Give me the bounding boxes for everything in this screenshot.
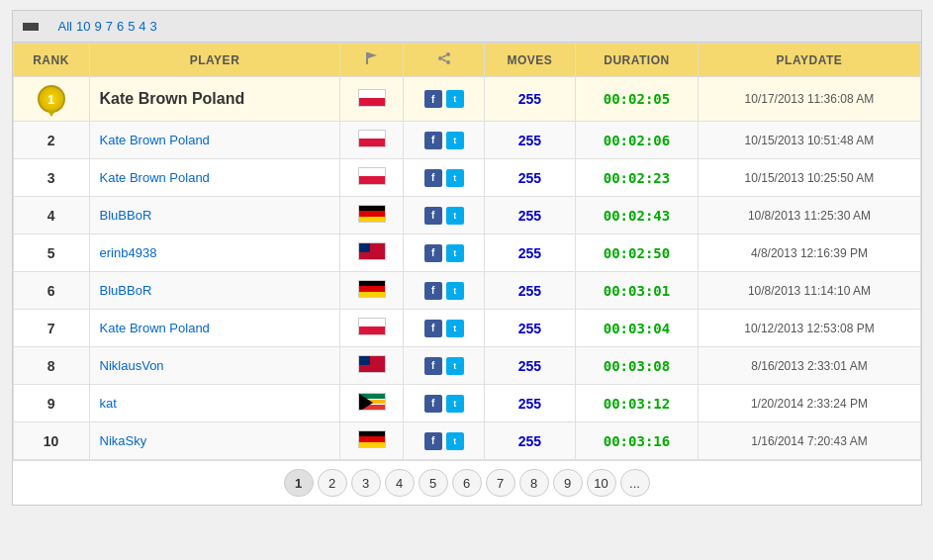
twitter-icon[interactable]: t <box>446 395 464 413</box>
duration-cell: 00:03:01 <box>575 272 699 310</box>
twitter-icon[interactable]: t <box>446 357 464 375</box>
rank-cell: 2 <box>13 122 89 159</box>
page-btn-10[interactable]: 10 <box>587 469 616 497</box>
social-icons: f t <box>410 432 478 450</box>
facebook-icon[interactable]: f <box>424 282 442 300</box>
player-name[interactable]: Kate Brown Poland <box>100 170 210 185</box>
social-cell[interactable]: f t <box>404 197 485 234</box>
player-name-cell[interactable]: BluBBoR <box>89 197 340 234</box>
player-name-cell[interactable]: Kate Brown Poland <box>89 122 340 159</box>
twitter-icon[interactable]: t <box>446 90 464 108</box>
twitter-icon[interactable]: t <box>446 132 464 149</box>
twitter-icon[interactable]: t <box>446 432 464 450</box>
disk-link-6[interactable]: 6 <box>117 19 124 34</box>
player-name-cell[interactable]: erinb4938 <box>89 234 340 272</box>
logo <box>23 23 39 31</box>
page-btn-5[interactable]: 5 <box>419 469 448 497</box>
playdate-cell: 10/12/2013 12:53:08 PM <box>699 310 920 347</box>
flag-poland <box>358 89 386 107</box>
playdate-cell: 8/16/2013 2:33:01 AM <box>699 347 920 385</box>
player-name[interactable]: Kate Brown Poland <box>100 133 210 147</box>
player-name[interactable]: BluBBoR <box>100 208 152 223</box>
flag-cell <box>340 159 404 197</box>
page-btn-7[interactable]: 7 <box>486 469 515 497</box>
social-cell[interactable]: f t <box>404 422 485 460</box>
player-name-cell[interactable]: Kate Brown Poland <box>89 159 340 197</box>
disk-link-3[interactable]: 3 <box>150 19 157 34</box>
duration-cell: 00:02:05 <box>575 77 699 122</box>
page-btn-3[interactable]: 3 <box>351 469 381 497</box>
moves-cell: 255 <box>485 310 575 347</box>
social-cell[interactable]: f t <box>404 77 485 122</box>
playdate-cell: 10/8/2013 11:14:10 AM <box>699 272 920 310</box>
facebook-icon[interactable]: f <box>424 357 442 375</box>
flag-poland <box>358 318 386 335</box>
gold-medal: 1 <box>38 85 65 113</box>
page-btn-4[interactable]: 4 <box>385 469 415 497</box>
player-name-cell[interactable]: BluBBoR <box>89 272 340 310</box>
facebook-icon[interactable]: f <box>424 207 442 225</box>
disk-link-4[interactable]: 4 <box>139 19 145 34</box>
moves-cell: 255 <box>485 422 575 460</box>
page-btn-9[interactable]: 9 <box>553 469 583 497</box>
social-cell[interactable]: f t <box>404 385 485 422</box>
player-name[interactable]: erinb4938 <box>100 245 157 260</box>
social-icons: f t <box>410 90 478 108</box>
playdate-cell: 10/15/2013 10:51:48 AM <box>699 122 920 159</box>
player-name[interactable]: BluBBoR <box>100 283 152 298</box>
player-name-cell[interactable]: NikaSky <box>89 422 340 460</box>
facebook-icon[interactable]: f <box>424 132 442 149</box>
twitter-icon[interactable]: t <box>446 282 464 300</box>
flag-southafrica <box>358 393 386 411</box>
player-name[interactable]: NikaSky <box>100 433 147 448</box>
disk-link-10[interactable]: 10 <box>76 19 90 34</box>
player-name-cell[interactable]: NiklausVon <box>89 347 340 385</box>
disk-link-9[interactable]: 9 <box>94 19 101 34</box>
social-cell[interactable]: f t <box>404 122 485 159</box>
twitter-icon[interactable]: t <box>446 244 464 262</box>
twitter-icon[interactable]: t <box>446 169 464 187</box>
player-name[interactable]: Kate Brown Poland <box>100 321 210 335</box>
svg-point-3 <box>446 52 450 56</box>
disk-link-5[interactable]: 5 <box>128 19 135 34</box>
facebook-icon[interactable]: f <box>424 432 442 450</box>
page-btn-8[interactable]: 8 <box>519 469 549 497</box>
player-name-cell[interactable]: kat <box>89 385 340 422</box>
player-name[interactable]: NiklausVon <box>100 358 164 373</box>
player-name-cell[interactable]: Kate Brown Poland <box>89 310 340 347</box>
flag-cell <box>340 385 404 422</box>
page-btn-2[interactable]: 2 <box>318 469 347 497</box>
social-cell[interactable]: f t <box>404 234 485 272</box>
facebook-icon[interactable]: f <box>424 169 442 187</box>
flag-cell <box>340 122 404 159</box>
page-btn-6[interactable]: 6 <box>452 469 482 497</box>
twitter-icon[interactable]: t <box>446 207 464 225</box>
page-btn-more[interactable]: ... <box>620 469 650 497</box>
facebook-icon[interactable]: f <box>424 320 442 337</box>
social-cell[interactable]: f t <box>404 310 485 347</box>
social-cell[interactable]: f t <box>404 159 485 197</box>
disk-link-7[interactable]: 7 <box>106 19 113 34</box>
flag-cell <box>340 272 404 310</box>
moves-cell: 255 <box>485 272 575 310</box>
facebook-icon[interactable]: f <box>424 244 442 262</box>
player-name[interactable]: kat <box>100 396 117 411</box>
facebook-icon[interactable]: f <box>424 395 442 413</box>
social-cell[interactable]: f t <box>404 347 485 385</box>
social-cell[interactable]: f t <box>404 272 485 310</box>
top-bar: All 10 9 7 6 5 4 3 <box>13 11 921 43</box>
flag-germany <box>358 280 386 298</box>
disk-link-all[interactable]: All <box>58 19 72 34</box>
col-playdate: PLAYDATE <box>699 44 920 77</box>
rank-cell: 8 <box>13 347 89 385</box>
duration-cell: 00:02:23 <box>575 159 699 197</box>
svg-marker-1 <box>368 52 377 58</box>
svg-point-2 <box>438 56 442 60</box>
player-name-cell[interactable]: Kate Brown Poland <box>89 77 340 122</box>
flag-cell <box>340 197 404 234</box>
rank-cell: 1 <box>13 77 89 122</box>
page-btn-1[interactable]: 1 <box>284 469 314 497</box>
twitter-icon[interactable]: t <box>446 320 464 337</box>
facebook-icon[interactable]: f <box>424 90 442 108</box>
svg-point-4 <box>446 60 450 64</box>
